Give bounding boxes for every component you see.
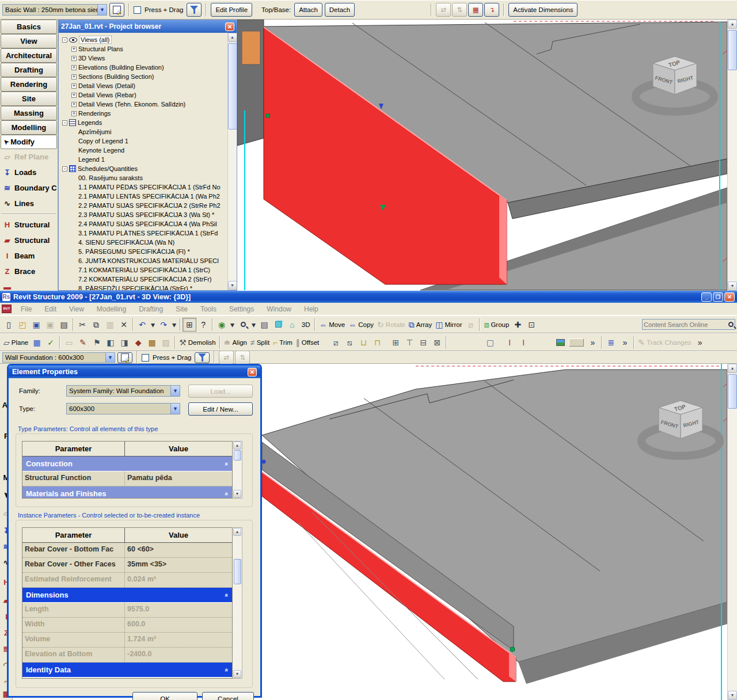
design-bar-item-brace[interactable]: ZBrace <box>0 264 58 279</box>
scrollbar-thumb[interactable] <box>234 559 241 584</box>
open-icon[interactable]: ◰ <box>16 318 29 332</box>
unpin-icon[interactable]: ⊡ <box>525 318 538 332</box>
tree-item[interactable]: 2.1 PAMATU LENTAS SPECIFIKĀCIJA 1 (Wa Ph… <box>59 192 227 201</box>
minimize-icon[interactable]: _ <box>701 292 712 302</box>
type-table-scrollbar[interactable]: ▲ ▼ <box>233 441 242 499</box>
param-group-dimensions[interactable]: Dimensions« <box>22 588 232 603</box>
color-fill-icon[interactable] <box>553 336 567 349</box>
demolish-button[interactable]: ⚒Demolish <box>177 336 218 349</box>
param-group-materials-and-finishes[interactable]: Materials and Finishes« <box>22 486 232 499</box>
scrollbar-thumb[interactable] <box>728 374 737 409</box>
rebar-hook-icon-button[interactable]: ↴ <box>484 3 499 17</box>
wall-left-icon[interactable]: ◧ <box>104 336 117 349</box>
tree-item[interactable]: -Schedules/Quantities <box>59 164 227 173</box>
collapse-icon[interactable]: - <box>62 120 67 125</box>
edit-new-button[interactable]: Edit / New... <box>188 402 253 416</box>
chevron-down-icon[interactable]: ▼ <box>170 386 180 396</box>
tree-item[interactable]: 2.2 PAMATU SIJAS SPECIFIKĀCIJA 2 (StrRe … <box>59 201 227 210</box>
type-combo[interactable]: 600x300 ▼ <box>66 403 180 414</box>
project-browser-toggle-icon[interactable]: ⊞ <box>183 318 196 332</box>
element-list-icon[interactable]: ≣ <box>604 336 618 349</box>
menu-item-settings[interactable]: Settings <box>223 304 260 314</box>
tree-item[interactable]: -Views (all) <box>59 35 227 44</box>
rebar-grid-icon-button[interactable]: ▦ <box>468 3 483 17</box>
menu-item-file[interactable]: File <box>15 304 37 314</box>
param-value[interactable]: 60 <60> <box>125 543 232 557</box>
dynamic-view-dropdown-icon[interactable]: ▾ <box>229 318 236 332</box>
type-selector-combo-bottom[interactable]: Wall Foundation : 600x300 ▼ <box>2 352 115 363</box>
dialog-titlebar[interactable]: Element Properties ✕ <box>9 366 260 378</box>
cut-icon[interactable]: ✂ <box>75 318 89 332</box>
scroll-up-icon[interactable]: ▲ <box>728 20 737 29</box>
tree-item[interactable]: 2.3 PAMATU SIJAS SPECIFIKĀCIJA 3 (Wa St)… <box>59 210 227 219</box>
tree-item[interactable]: +Detail Views (Rebar) <box>59 90 227 100</box>
param-value[interactable]: 35mm <35> <box>125 558 232 572</box>
drag-handle-green[interactable] <box>510 647 515 652</box>
tree-item[interactable]: 7.1 KOKMATERIĀLU SPECIFIKĀCIJA 1 (StrC) <box>59 265 227 275</box>
design-bar-item-structural[interactable]: HStructural <box>0 217 58 233</box>
delete-icon[interactable]: ✕ <box>117 318 131 332</box>
tree-item[interactable]: +Renderings <box>59 109 227 118</box>
grid-icon[interactable]: ▦ <box>30 336 44 349</box>
scrollbar-thumb[interactable] <box>228 43 237 130</box>
overflow-chevron-icon-3[interactable]: » <box>693 336 707 349</box>
uncut-geometry-icon[interactable]: ⊓ <box>370 336 384 349</box>
print-icon[interactable]: ▤ <box>57 318 71 332</box>
detach-button[interactable]: Detach <box>325 3 355 17</box>
group-button[interactable]: ⧈Group <box>482 318 511 332</box>
scroll-up-icon[interactable]: ▲ <box>233 528 241 536</box>
design-bar-tab-rendering[interactable]: Rendering <box>1 77 57 92</box>
instance-table-scrollbar[interactable]: ▲ ▼ <box>233 527 242 679</box>
tree-item[interactable]: 4. SIENU SPECIFIKĀCIJA (Wa N) <box>59 238 227 247</box>
tree-item[interactable]: +Elevations (Building Elevation) <box>59 63 227 72</box>
chevron-down-icon[interactable]: ▼ <box>105 353 115 362</box>
beam-joins-icon[interactable]: ⊤ <box>402 336 416 349</box>
expand-icon[interactable]: + <box>71 74 77 79</box>
expand-icon[interactable]: + <box>71 111 77 116</box>
design-bar-item-structural[interactable]: ▰Structural <box>0 233 58 248</box>
tree-item[interactable]: 5. PĀRSEGUMU SPECIFIKĀCIJA (Fl) * <box>59 247 227 256</box>
context-help-icon[interactable]: ? <box>196 318 210 332</box>
project-browser-scrollbar[interactable]: ▲ ▼ <box>227 33 237 290</box>
activate-dimensions-button[interactable]: Activate Dimensions <box>508 3 578 17</box>
pin-icon[interactable]: ✚ <box>511 318 525 332</box>
design-bar-tab-architectural[interactable]: Architectural <box>1 48 57 63</box>
tree-item[interactable]: +Sections (Building Section) <box>59 72 227 81</box>
edit-profile-button[interactable]: Edit Profile <box>211 3 252 17</box>
tree-item[interactable]: 1.1 PAMATU PĒDAS SPECIFIKĀCIJA 1 (StrFd … <box>59 182 227 192</box>
wall-joins-icon[interactable]: ⊞ <box>389 336 402 349</box>
dynamic-view-icon[interactable]: ◉ <box>215 318 229 332</box>
design-bar-item-loads[interactable]: ↧Loads <box>0 165 58 180</box>
trim-button[interactable]: ⌐Trim <box>271 336 294 349</box>
tree-item[interactable]: +Detail Views (Tehn. Ekonom. Salīdzin) <box>59 100 227 109</box>
tree-item[interactable]: Apzīmējumi <box>59 127 227 136</box>
zoom-dropdown-icon[interactable]: ▾ <box>250 318 257 332</box>
type-selector-combo[interactable]: Basic Wall : 250mm betona siena ▼ <box>2 4 107 16</box>
join-geometry-icon[interactable]: ⧄ <box>329 336 343 349</box>
save-icon[interactable]: ▣ <box>29 318 43 332</box>
scroll-up-icon[interactable]: ▲ <box>228 33 237 42</box>
filter-button-bottom[interactable] <box>195 352 210 363</box>
scrollbar-thumb[interactable] <box>234 450 241 461</box>
ok-button[interactable]: OK <box>132 692 197 700</box>
split-button[interactable]: ≠Split <box>249 336 271 349</box>
content-search-input[interactable] <box>644 321 728 328</box>
design-bar-tab-site[interactable]: Site <box>1 92 57 106</box>
collapse-icon[interactable]: - <box>62 166 67 172</box>
ref-plane-button[interactable]: ▱Plane <box>2 336 30 349</box>
cope-icon[interactable]: ⊟ <box>416 336 430 349</box>
wall-right-icon[interactable]: ◨ <box>117 336 131 349</box>
tag-icon[interactable]: ⚑ <box>90 336 104 349</box>
align-works-icon[interactable]: ⊠ <box>430 336 444 349</box>
project-browser-titlebar[interactable]: 27Jan_01.rvt - Project browser ✕ <box>59 20 237 33</box>
collapse-chevron-icon[interactable]: « <box>223 668 230 671</box>
scroll-down-icon[interactable]: ▼ <box>228 281 237 290</box>
design-bar-tab-view[interactable]: View <box>1 34 57 48</box>
unjoin-geometry-icon[interactable]: ⧅ <box>343 336 356 349</box>
redo-dropdown-icon[interactable]: ▾ <box>170 318 178 332</box>
overflow-chevron-icon[interactable]: » <box>586 336 599 349</box>
view-cube-icon[interactable] <box>271 318 285 332</box>
linework-icon[interactable]: ▩ <box>145 336 159 349</box>
tree-item[interactable]: Copy of Legend 1 <box>59 136 227 146</box>
view3d-top[interactable]: TOP FRONT RIGHT <box>237 20 727 291</box>
